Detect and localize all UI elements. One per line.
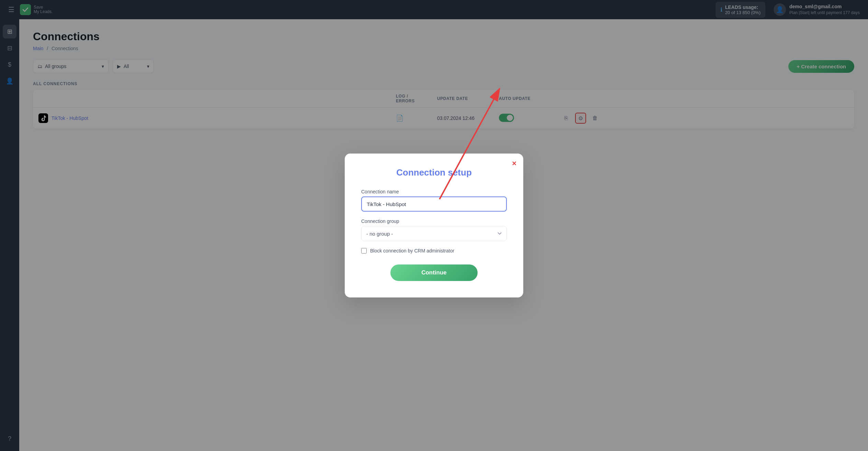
modal-close-button[interactable]: × [512,159,516,168]
connection-name-input[interactable] [361,196,507,212]
block-connection-row: Block connection by CRM administrator [361,248,507,253]
connection-name-group: Connection name [361,189,507,212]
block-connection-checkbox[interactable] [361,248,367,253]
connection-name-label: Connection name [361,189,507,194]
modal-overlay: × Connection setup Connection name Conne… [0,0,868,451]
continue-button[interactable]: Continue [390,264,478,281]
block-connection-label: Block connection by CRM administrator [370,248,454,253]
connection-group-group: Connection group - no group - [361,218,507,241]
modal-title: Connection setup [361,167,507,178]
connection-group-label: Connection group [361,218,507,224]
connection-setup-modal: × Connection setup Connection name Conne… [345,154,523,297]
connection-group-select[interactable]: - no group - [361,226,507,241]
